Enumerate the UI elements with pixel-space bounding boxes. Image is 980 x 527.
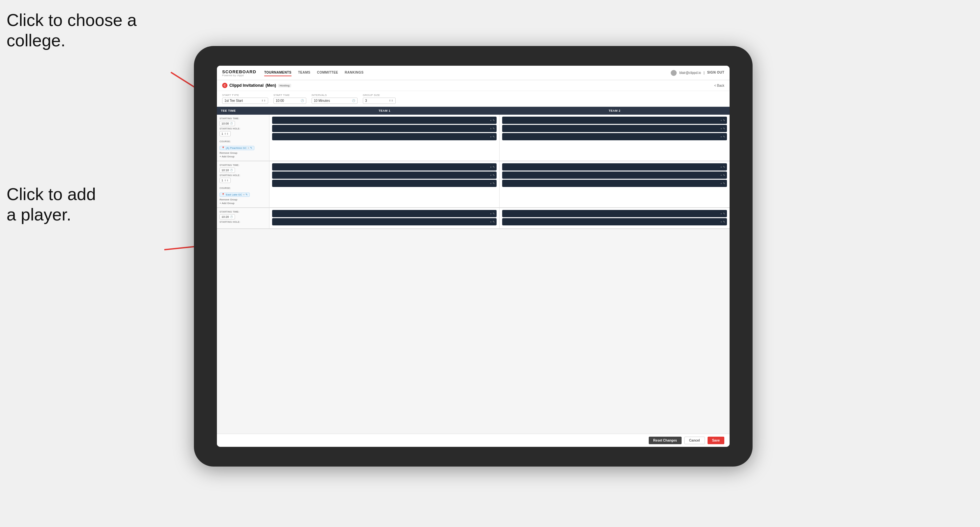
remove-group-2[interactable]: Remove Group (220, 198, 267, 201)
annotation-top: Click to choose a college. (6, 10, 137, 51)
pb-edit-2-t2-2[interactable]: ✎ (723, 174, 725, 177)
pb-edit-2-t2-3[interactable]: ✎ (723, 182, 725, 185)
player-bar-1-t2-1[interactable]: × ✎ (502, 117, 727, 124)
pb-edit-1-t2-3[interactable]: ✎ (723, 135, 725, 138)
nav-right: blair@clippd.io | Sign out (671, 69, 724, 76)
starting-time-field-3[interactable]: 10:20 🕐 (220, 214, 235, 219)
pb-x-2-t1-1[interactable]: × (490, 166, 492, 168)
starting-hole-field-1[interactable]: 1 ⬆⬇ (220, 131, 231, 137)
nav-tournaments[interactable]: TOURNAMENTS (264, 69, 291, 76)
annotation-top-line1: Click to choose a (6, 11, 137, 30)
player-bar-1-t2-3[interactable]: × ✎ (502, 133, 727, 140)
player-bar-2-t1-2[interactable]: × ✎ (272, 171, 496, 179)
pb-x-3-t1-1[interactable]: × (490, 212, 492, 215)
pb-x-1-t2-3[interactable]: × (721, 135, 722, 138)
player-bar-2-t2-1[interactable]: × ✎ (502, 163, 727, 170)
tee-row-3-left: STARTING TIME: 10:20 🕐 STARTING HOLE: (217, 208, 269, 229)
start-type-select[interactable]: 1st Tee Start ⬆⬇ (222, 98, 268, 104)
player-bar-2-t1-3[interactable]: × ✎ (272, 180, 496, 187)
pb-edit-3-t1-1[interactable]: ✎ (493, 212, 495, 215)
tee-row-1-left: STARTING TIME: 10:00 🕐 STARTING HOLE: 1 (217, 115, 269, 161)
back-button[interactable]: < Back (714, 84, 724, 87)
pb-x-1-t1-1[interactable]: × (490, 119, 492, 122)
pb-x-3-t2-2[interactable]: × (721, 221, 722, 224)
player-bar-3-t2-2[interactable]: × ✎ (502, 218, 727, 225)
player-bar-1-t1-3[interactable]: × ✎ (272, 133, 496, 140)
player-bar-2-t2-3[interactable]: × ✎ (502, 180, 727, 187)
pb-edit-1-t1-1[interactable]: ✎ (493, 119, 495, 122)
add-group-1[interactable]: + Add Group (220, 155, 267, 158)
pb-x-2-t1-3[interactable]: × (490, 182, 492, 185)
brand-sub: Powered by clippd (222, 74, 256, 76)
pb-x-1-t1-2[interactable]: × (490, 127, 492, 130)
nav-teams[interactable]: TEAMS (298, 69, 310, 76)
intervals-value: 10 Minutes (314, 99, 330, 103)
pb-x-3-t2-1[interactable]: × (721, 212, 722, 215)
player-bar-3-t1-1[interactable]: × ✎ (272, 210, 496, 217)
pb-edit-2-t1-1[interactable]: ✎ (493, 166, 495, 168)
player-bar-3-t2-1[interactable]: × ✎ (502, 210, 727, 217)
starting-time-row-2: STARTING TIME: (220, 164, 267, 166)
player-bar-2-t2-2[interactable]: × ✎ (502, 171, 727, 179)
course-remove-1[interactable]: × (248, 146, 250, 149)
tee-row-2-team1: × ✎ × ✎ × ✎ (269, 161, 500, 207)
player-bar-2-t1-1[interactable]: × ✎ (272, 163, 496, 170)
pb-x-1-t1-3[interactable]: × (490, 135, 492, 138)
player-bar-1-t1-2[interactable]: × ✎ (272, 125, 496, 132)
remove-group-1[interactable]: Remove Group (220, 151, 267, 154)
starting-hole-field-2[interactable]: 1 ⬆⬇ (220, 178, 231, 183)
starting-time-field-2[interactable]: 10:10 🕐 (220, 168, 235, 173)
tee-row-1: STARTING TIME: 10:00 🕐 STARTING HOLE: 1 (217, 115, 730, 161)
bottom-bar: Reset Changes Cancel Save (217, 434, 730, 447)
pb-edit-3-t2-1[interactable]: ✎ (723, 212, 725, 215)
user-avatar (671, 70, 677, 76)
cancel-button[interactable]: Cancel (684, 437, 705, 444)
pb-x-2-t2-1[interactable]: × (721, 166, 722, 168)
course-tag-2[interactable]: 📍 East Lake GC × ✎ (220, 192, 250, 197)
hosting-badge: Hosting (278, 84, 291, 87)
player-bar-3-t1-2[interactable]: × ✎ (272, 218, 496, 225)
starting-time-label-3: STARTING TIME: (220, 211, 239, 213)
starting-time-field-1[interactable]: 10:00 🕐 (220, 121, 235, 126)
starting-time-input-row-2: 10:10 🕐 (220, 168, 267, 173)
pb-x-2-t1-2[interactable]: × (490, 174, 492, 177)
player-bar-1-t1-1[interactable]: × ✎ (272, 117, 496, 124)
intervals-label: Intervals (312, 94, 358, 97)
pb-edit-1-t2-2[interactable]: ✎ (723, 127, 725, 130)
sign-out-link[interactable]: Sign out (707, 69, 724, 76)
start-time-input[interactable]: 10:00 🕐 (274, 98, 306, 104)
pb-edit-3-t2-2[interactable]: ✎ (723, 221, 725, 224)
course-tag-1[interactable]: 📍 (A) Peachtree GC × ✎ (220, 146, 255, 150)
group-size-arrow-icon: ⬆⬇ (389, 99, 393, 102)
starting-hole-label-row-2: STARTING HOLE: (220, 174, 267, 176)
add-group-2[interactable]: + Add Group (220, 202, 267, 205)
form-section: Start Type 1st Tee Start ⬆⬇ Start Time 1… (217, 91, 730, 107)
pb-x-1-t2-2[interactable]: × (721, 127, 722, 130)
pb-x-1-t2-1[interactable]: × (721, 119, 722, 122)
pb-edit-2-t1-3[interactable]: ✎ (493, 182, 495, 185)
course-edit-2[interactable]: ✎ (245, 193, 248, 196)
tee-row-3: STARTING TIME: 10:20 🕐 STARTING HOLE: (217, 208, 730, 229)
intervals-select[interactable]: 10 Minutes 🕐 (312, 98, 358, 104)
starting-hole-label-1: STARTING HOLE: (220, 127, 240, 130)
nav-rankings[interactable]: RANKINGS (345, 69, 363, 76)
pb-x-2-t2-3[interactable]: × (721, 182, 722, 185)
pb-edit-1-t2-1[interactable]: ✎ (723, 119, 725, 122)
pb-x-3-t1-2[interactable]: × (490, 221, 492, 224)
pb-edit-1-t1-3[interactable]: ✎ (493, 135, 495, 138)
player-bar-1-t2-2[interactable]: × ✎ (502, 125, 727, 132)
course-remove-2[interactable]: × (243, 193, 245, 196)
course-edit-1[interactable]: ✎ (250, 146, 252, 149)
save-button[interactable]: Save (708, 437, 724, 444)
col-team2: Team 2 (500, 107, 730, 115)
pb-edit-2-t1-2[interactable]: ✎ (493, 174, 495, 177)
course-icon-2: 📍 (221, 193, 225, 196)
reset-button[interactable]: Reset Changes (649, 437, 682, 444)
nav-committee[interactable]: COMMITTEE (317, 69, 339, 76)
group-size-select[interactable]: 3 ⬆⬇ (363, 98, 396, 104)
pb-edit-1-t1-2[interactable]: ✎ (493, 127, 495, 130)
pb-x-2-t2-2[interactable]: × (721, 174, 722, 177)
annotation-top-line2: college. (6, 31, 65, 50)
pb-edit-3-t1-2[interactable]: ✎ (493, 221, 495, 224)
pb-edit-2-t2-1[interactable]: ✎ (723, 166, 725, 168)
